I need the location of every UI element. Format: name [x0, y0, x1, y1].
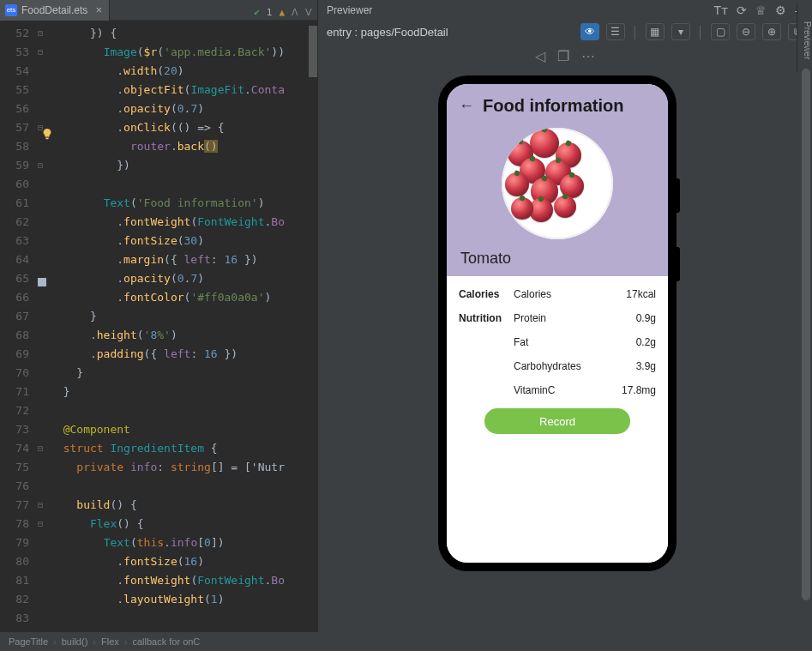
editor-tab-fooddetail[interactable]: ets FoodDetail.ets × — [0, 0, 110, 21]
zoom-out-icon[interactable]: ⊖ — [737, 23, 755, 40]
gear-icon[interactable]: ⚙ — [775, 3, 786, 17]
previewer-controls: ◁ ❐ ⋯ — [318, 43, 812, 69]
preview-scrollbar[interactable] — [802, 69, 810, 632]
code-editor-panel: ets FoodDetail.ets × ✔1 ▲ ᐱ ᐯ 5253545556… — [0, 0, 317, 632]
editor-body[interactable]: ✔1 ▲ ᐱ ᐯ 5253545556575859606162636465666… — [0, 21, 317, 632]
line-number-gutter: 5253545556575859606162636465666768697071… — [0, 21, 34, 632]
nutrition-value: 0.9g — [604, 312, 656, 324]
nutrition-group: Calories — [459, 288, 514, 300]
phone-frame: ← Food information Tomato CaloriesCalori… — [438, 75, 677, 571]
food-image — [502, 128, 613, 239]
preview-scrollbar-thumb[interactable] — [802, 69, 810, 600]
phone-button-notch — [677, 178, 680, 213]
font-icon[interactable]: Tᴛ — [713, 3, 728, 17]
previewer-title: Previewer — [327, 4, 372, 16]
fold-gutter[interactable]: ⊟⊟⊟⊟⊟⊟⊟ — [34, 21, 46, 632]
grid-icon[interactable]: ▦ — [646, 23, 665, 40]
separator: │ — [632, 26, 639, 39]
previewer-subheader: entry : pages/FoodDetail 👁 ☰ │ ▦ ▾ │ ▢ ⊖… — [318, 21, 812, 43]
nutrition-value: 0.2g — [604, 336, 656, 348]
breadcrumb[interactable]: PageTitle› build()› Flex› callback for o… — [0, 632, 812, 651]
back-arrow-icon[interactable]: ← — [459, 97, 474, 115]
layers-icon[interactable]: ☰ — [606, 23, 625, 40]
nutrition-value: 17.8mg — [604, 384, 656, 396]
record-button[interactable]: Record — [484, 408, 630, 434]
previewer-side-tab[interactable]: Previewer — [797, 3, 812, 72]
phone-button-notch — [677, 247, 680, 281]
refresh-icon[interactable]: ⟳ — [737, 3, 747, 17]
nutrition-row: VitaminC17.8mg — [459, 384, 656, 396]
breadcrumb-item[interactable]: build() — [62, 636, 88, 647]
phone-screen[interactable]: ← Food information Tomato CaloriesCalori… — [447, 84, 668, 563]
gutter-mark[interactable] — [38, 278, 46, 286]
nutrition-value: 3.9g — [604, 360, 656, 372]
close-icon[interactable]: × — [95, 3, 102, 16]
nutrition-group — [459, 384, 514, 396]
page-title: Food information — [483, 96, 623, 116]
nutrition-row: CaloriesCalories17kcal — [459, 288, 656, 300]
preview-canvas[interactable]: ← Food information Tomato CaloriesCalori… — [318, 69, 812, 632]
nav-back-icon[interactable]: ◁ — [535, 48, 545, 64]
nutrition-group — [459, 360, 514, 372]
nutrition-row: Fat0.2g — [459, 336, 656, 348]
split-icon[interactable]: ❐ — [557, 48, 569, 64]
nutrition-label: Calories — [514, 288, 604, 300]
inspect-icon[interactable]: 👁 — [580, 23, 599, 40]
zoom-in-icon[interactable]: ⊕ — [762, 23, 781, 40]
nutrition-value: 17kcal — [604, 288, 656, 300]
nutrition-group: Nutrition — [459, 312, 514, 324]
previewer-panel: Previewer Previewer Tᴛ ⟳ ♕ ⚙ — entry : p… — [317, 0, 812, 632]
nutrition-row: Carbohydrates3.9g — [459, 360, 656, 372]
nutrition-row: NutritionProtein0.9g — [459, 312, 656, 324]
nutrition-panel: CaloriesCalories17kcalNutritionProtein0.… — [447, 276, 668, 563]
breadcrumb-item[interactable]: Flex — [101, 636, 119, 647]
ets-file-icon: ets — [5, 4, 17, 16]
trophy-icon[interactable]: ♕ — [755, 3, 767, 17]
fit-icon[interactable]: ▢ — [711, 23, 730, 40]
breadcrumb-item[interactable]: callback for onC — [132, 636, 200, 647]
previewer-header: Previewer Tᴛ ⟳ ♕ ⚙ — — [318, 0, 812, 21]
food-name: Tomato — [459, 248, 656, 268]
previewer-entry: entry : pages/FoodDetail — [327, 26, 448, 39]
nutrition-group — [459, 336, 514, 348]
nutrition-label: Fat — [514, 336, 604, 348]
nutrition-label: Protein — [514, 312, 604, 324]
lightbulb-icon[interactable] — [41, 127, 53, 139]
more-icon[interactable]: ⋯ — [581, 48, 595, 64]
code-area[interactable]: }) { Image($r('app.media.Back')) .width(… — [46, 21, 317, 632]
nutrition-label: VitaminC — [514, 384, 604, 396]
app-header: ← Food information Tomato — [447, 84, 668, 276]
editor-tab-filename: FoodDetail.ets — [21, 4, 87, 16]
device-dropdown-icon[interactable]: ▾ — [671, 23, 690, 40]
nutrition-label: Carbohydrates — [514, 360, 604, 372]
breadcrumb-item[interactable]: PageTitle — [9, 636, 48, 647]
separator: │ — [697, 26, 704, 39]
